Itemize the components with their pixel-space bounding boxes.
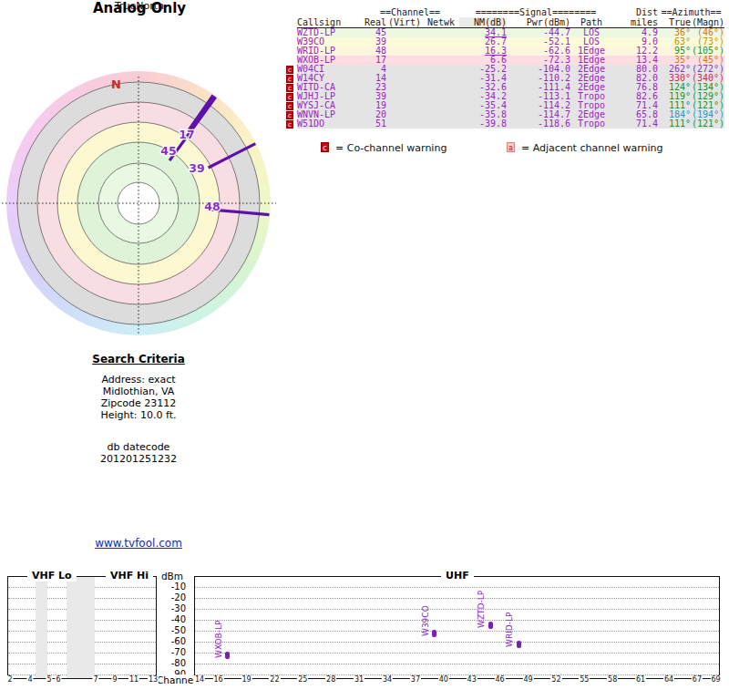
vhf-hi-title: VHF Hi [106, 570, 153, 582]
channel-tick: 58 [607, 675, 618, 684]
station-label-WXOB-LP: WXOB-LP [214, 620, 223, 657]
cell-netwk [423, 28, 459, 38]
cell-virt [386, 56, 423, 65]
channel-tick: 16 [213, 675, 224, 684]
channel-group-header: ==Channel== [361, 7, 459, 17]
channel-tick: 5 [46, 675, 52, 684]
warning-cell: c [285, 74, 297, 83]
cell-virt [386, 92, 423, 101]
col-real: Real [361, 17, 386, 28]
spoke-label-ch39: 39 [189, 161, 204, 175]
dbm-tick-label: -10 [157, 582, 186, 592]
warning-cell [285, 56, 297, 65]
gridline [195, 620, 719, 621]
warning-cell: c [285, 110, 297, 119]
warning-cell: c [285, 65, 297, 74]
co-channel-warning-icon: c [286, 75, 293, 83]
dbm-tick-label: -50 [157, 625, 186, 635]
channel-tick: 9 [111, 675, 118, 684]
col-virt: (Virt) [386, 17, 423, 28]
warning-cell: c [285, 92, 297, 101]
gridline [195, 642, 719, 643]
channel-tick: 7 [92, 675, 98, 684]
table-column-header: Callsign Real (Virt) Netwk NM(dB) Pwr(dB… [285, 17, 724, 28]
search-criteria-block: Search Criteria Address: exact Midlothia… [47, 354, 230, 465]
db-datecode-value: 201201251232 [47, 453, 230, 465]
col-netwk: Netwk [423, 17, 459, 28]
co-channel-warning-icon: c [286, 66, 293, 74]
warning-cell: c [285, 83, 297, 92]
dbm-tick-label: -60 [157, 636, 186, 646]
cell-netwk [423, 92, 459, 101]
channel-axis-label: Channel [157, 674, 194, 685]
station-bar-WRID-LP [517, 641, 521, 648]
spoke-label-ch48: 48 [204, 200, 220, 213]
dbm-tick-label: -80 [157, 658, 186, 668]
col-magn: (Magn) [691, 17, 724, 28]
col-nm: NM(dB) [459, 17, 507, 28]
co-channel-warning-icon: c [286, 93, 293, 101]
co-channel-warning-icon: c [286, 111, 293, 119]
radar-plot: 45173948 [0, 69, 281, 339]
cell-netwk [423, 74, 459, 83]
vhf-spectrum-panel [7, 576, 157, 679]
dist-group-header: Dist [612, 7, 658, 17]
adjacent-channel-legend-text: = Adjacent channel warning [521, 142, 663, 154]
search-criteria-title: Search Criteria [47, 354, 230, 365]
search-criteria-lines: Address: exact Midlothian, VA Zipcode 23… [47, 374, 230, 421]
adjacent-channel-warning-icon: a [507, 142, 515, 152]
channel-tick: 37 [410, 675, 421, 684]
cell-miles: 71.4 [612, 119, 658, 129]
co-channel-warning-icon: c [286, 102, 293, 110]
channel-tick: 46 [495, 675, 506, 684]
uhf-spectrum-panel [194, 576, 720, 679]
warning-cell [285, 37, 297, 46]
cell-virt [386, 101, 423, 110]
tvfool-link[interactable]: www.tvfool.com [95, 537, 182, 550]
north-marker: N [111, 77, 121, 91]
col-true: True [658, 17, 691, 28]
channel-tick: 49 [522, 675, 533, 684]
channel-tick: 4 [26, 675, 33, 684]
dbm-tick-label: -20 [157, 592, 186, 602]
site-link-wrap: www.tvfool.com [47, 537, 230, 550]
cell-virt [386, 28, 423, 38]
co-channel-warning-icon: c [286, 120, 293, 129]
channel-tick: 19 [241, 675, 252, 684]
band-gap [67, 577, 95, 678]
cell-real: 51 [361, 119, 386, 129]
channel-tick: 14 [194, 675, 205, 684]
cell-nm: -39.8 [459, 119, 507, 129]
channel-tick: 64 [663, 675, 674, 684]
co-channel-warning-icon: c [286, 84, 293, 92]
cell-magn: (121°) [691, 119, 724, 129]
channel-tick: 69 [710, 675, 721, 684]
dbm-tick-label: -30 [157, 603, 186, 613]
band-gap [36, 577, 47, 678]
cell-pwr: -118.6 [507, 119, 570, 129]
cell-virt [386, 74, 423, 83]
channel-tick: 55 [579, 675, 590, 684]
station-label-WRID-LP: WRID-LP [505, 612, 514, 647]
spoke-label-ch17: 17 [179, 128, 194, 141]
warning-cell [285, 46, 297, 56]
true-north-label: TrueNorth [0, 0, 279, 12]
station-bar-WXOB-LP [225, 652, 230, 659]
dbm-tick-label: -40 [157, 614, 186, 624]
cell-virt [386, 83, 423, 92]
gridline [195, 664, 719, 664]
dbm-axis-label: dBm [157, 571, 188, 582]
col-miles: miles [612, 17, 658, 28]
spoke-label-ch45: 45 [160, 144, 176, 158]
gridline [195, 598, 719, 599]
station-bar-WZTD-LP [488, 622, 493, 629]
cell-netwk [423, 83, 459, 92]
station-bar-W39CO [432, 630, 436, 637]
station-label-WZTD-LP: WZTD-LP [477, 590, 486, 627]
cell-virt [386, 110, 423, 119]
gridline [195, 587, 719, 588]
azimuth-group-header: ==Azimuth== [658, 7, 724, 17]
dbm-tick-label: -70 [157, 647, 186, 657]
channel-tick: 2 [6, 675, 13, 684]
table-group-header: ==Channel== ========Signal======== Dist … [285, 7, 724, 17]
